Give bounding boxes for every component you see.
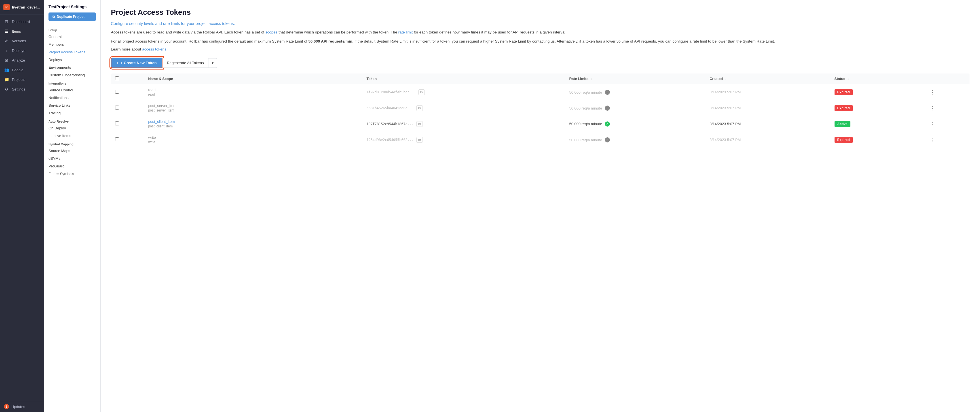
sidebar-item-label: Projects [12, 77, 25, 82]
table-row: post_server_item post_server_item 3681b4… [111, 100, 970, 116]
regenerate-all-tokens-button[interactable]: Regenerate All Tokens [162, 58, 209, 68]
sidebar-item-projects[interactable]: 📁 Projects [0, 75, 44, 84]
settings-link-source-control[interactable]: Source Control [44, 86, 100, 94]
symbol-mapping-section-label: Symbol Mapping [44, 140, 100, 147]
rate-sort-icon: ↓ [590, 77, 592, 81]
description-2: For all project access tokens in your ac… [111, 38, 970, 45]
status-badge-expired: Expired [835, 137, 853, 143]
settings-link-flutter-symbols[interactable]: Flutter Symbols [44, 170, 100, 177]
row-more-button[interactable]: ⋮ [928, 136, 937, 144]
th-created[interactable]: Created ↓ [706, 73, 830, 84]
row-checkbox-cell [111, 132, 144, 148]
copy-token-button[interactable]: ⧉ [418, 89, 425, 95]
regenerate-label: Regenerate All Tokens [167, 61, 204, 65]
token-value-text: 197f78152c9544b1867a... [366, 122, 414, 126]
row-name-cell: read read [144, 84, 363, 100]
table-row: read read 4f92d81c00d54efeb5bdc... ⧉ 50,… [111, 84, 970, 100]
token-name[interactable]: write [148, 135, 358, 140]
rate-limit-link[interactable]: rate limit [398, 30, 413, 34]
sidebar-item-items[interactable]: ☰ Items [0, 26, 44, 36]
tokens-table: Name & Scope ↓ Token Rate Limits ↓ Creat… [111, 73, 970, 148]
settings-link-project-access-tokens[interactable]: Project Access Tokens [44, 48, 100, 56]
row-more-button[interactable]: ⋮ [928, 120, 937, 128]
sidebar-item-analyze[interactable]: ◉ Analyze [0, 55, 44, 65]
row-checkbox[interactable] [115, 137, 119, 141]
row-checkbox[interactable] [115, 105, 119, 110]
row-actions-cell: ⋮ [924, 116, 970, 132]
row-checkbox[interactable] [115, 89, 119, 94]
settings-link-proguard[interactable]: ProGuard [44, 162, 100, 170]
sidebar-item-versions[interactable]: ⟳ Versions [0, 36, 44, 46]
rate-minus-icon: − [605, 137, 610, 142]
token-name[interactable]: read [148, 88, 358, 92]
description-1: Access tokens are used to read and write… [111, 29, 970, 35]
create-btn-label: + Create New Token [121, 61, 157, 65]
settings-link-general[interactable]: General [44, 33, 100, 41]
settings-link-environments[interactable]: Environments [44, 64, 100, 71]
settings-link-members[interactable]: Members [44, 41, 100, 48]
rate-limit-text: 50,000 req/a minute [569, 121, 602, 126]
scopes-link[interactable]: scopes [266, 30, 278, 34]
copy-token-button[interactable]: ⧉ [416, 137, 423, 143]
copy-token-button[interactable]: ⧉ [416, 121, 423, 127]
access-tokens-link[interactable]: access tokens [142, 47, 167, 51]
settings-link-on-deploy[interactable]: On Deploy [44, 124, 100, 132]
settings-link-tracing[interactable]: Tracing [44, 109, 100, 117]
sidebar-item-dashboard[interactable]: ⊟ Dashboard [0, 17, 44, 26]
create-new-token-button[interactable]: + + Create New Token [111, 57, 162, 68]
row-actions-cell: ⋮ [924, 84, 970, 100]
select-all-checkbox[interactable] [115, 76, 119, 80]
logo-text: fivetran_devel... [12, 5, 40, 10]
settings-link-source-maps[interactable]: Source Maps [44, 147, 100, 155]
analyze-icon: ◉ [4, 58, 9, 62]
row-token-cell: 197f78152c9544b1867a... ⧉ [363, 116, 565, 132]
versions-icon: ⟳ [4, 38, 9, 43]
rate-limits-label: Rate Limits [569, 77, 588, 81]
created-date-text: 3/14/2023 5:07 PM [710, 137, 741, 142]
row-status-cell: Expired [830, 100, 924, 116]
sidebar-item-label: Settings [12, 87, 25, 91]
row-actions-cell: ⋮ [924, 132, 970, 148]
projects-icon: 📁 [4, 77, 9, 82]
updates-item[interactable]: 1 Updates [4, 404, 40, 409]
token-value-text: 4f92d81c00d54efeb5bdc... [366, 90, 415, 94]
th-token[interactable]: Token [363, 73, 565, 84]
settings-link-notifications[interactable]: Notifications [44, 94, 100, 102]
app-logo[interactable]: R fivetran_devel... [0, 0, 44, 14]
th-name-scope[interactable]: Name & Scope ↓ [144, 73, 363, 84]
row-name-cell: write write [144, 132, 363, 148]
rate-limit-value: 50,000 API requests/min [308, 39, 352, 43]
duplicate-icon: ⧉ [52, 15, 55, 19]
regenerate-dropdown-button[interactable]: ▾ [208, 58, 217, 68]
learn-more-text: Learn more about access tokens. [111, 47, 970, 51]
th-rate-limits[interactable]: Rate Limits ↓ [565, 73, 705, 84]
row-more-button[interactable]: ⋮ [928, 88, 937, 96]
sidebar-item-settings[interactable]: ⚙ Settings [0, 84, 44, 94]
page-subtitle: Configure security levels and rate limit… [111, 21, 970, 26]
row-checkbox[interactable] [115, 121, 119, 125]
copy-token-button[interactable]: ⧉ [416, 105, 423, 111]
token-scope: post_server_item [148, 109, 358, 112]
duplicate-project-button[interactable]: ⧉ Duplicate Project [48, 13, 96, 21]
token-name[interactable]: post_client_item [148, 120, 358, 124]
settings-link-deploys[interactable]: Deploys [44, 56, 100, 64]
rate-minus-icon: − [605, 89, 610, 95]
logo-icon: R [3, 4, 10, 10]
deploys-icon: ↑ [4, 48, 9, 53]
settings-link-custom-fingerprinting[interactable]: Custom Fingerprinting [44, 71, 100, 79]
settings-link-dsyms[interactable]: dSYMs [44, 155, 100, 162]
settings-link-inactive-items[interactable]: Inactive Items [44, 132, 100, 140]
row-created-cell: 3/14/2023 5:07 PM [706, 132, 830, 148]
created-date-text: 3/14/2023 5:07 PM [710, 106, 741, 110]
page-title: Project Access Tokens [111, 8, 970, 17]
sidebar-item-people[interactable]: 👥 People [0, 65, 44, 75]
settings-link-service-links[interactable]: Service Links [44, 102, 100, 109]
sidebar-item-label: Analyze [12, 58, 25, 62]
row-more-button[interactable]: ⋮ [928, 104, 937, 112]
main-content: Project Access Tokens Configure security… [101, 0, 980, 412]
th-status[interactable]: Status ↓ [830, 73, 924, 84]
token-name[interactable]: post_server_item [148, 104, 358, 108]
row-token-cell: 3681b45265ba4045ad0d... ⧉ [363, 100, 565, 116]
sidebar-item-deploys[interactable]: ↑ Deploys [0, 46, 44, 55]
row-rate-cell: 50,000 req/a minute − [565, 100, 705, 116]
